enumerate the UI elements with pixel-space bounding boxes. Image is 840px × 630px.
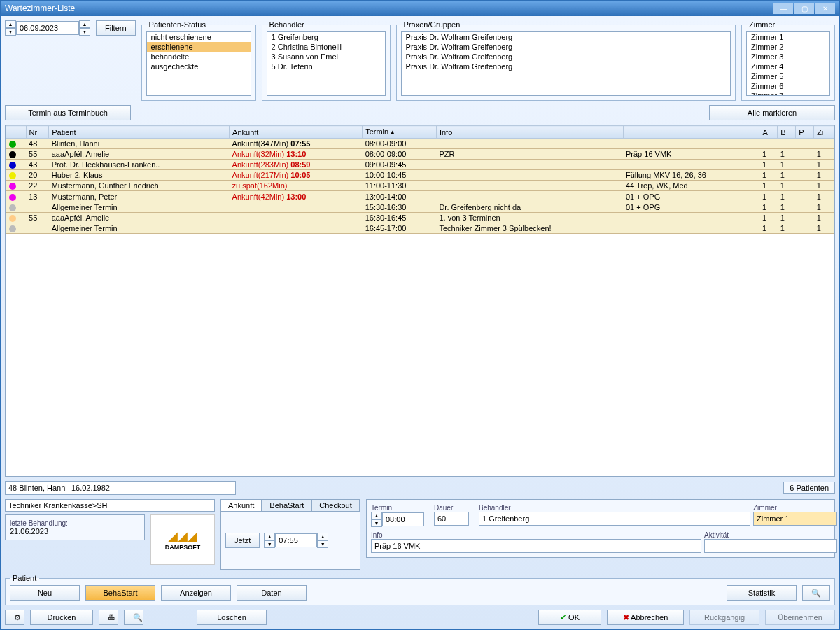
- time-spinner[interactable]: ▲▼ ▲▼: [264, 533, 328, 548]
- tab-ankunft[interactable]: Ankunft: [220, 499, 262, 511]
- date-down-icon[interactable]: ▼: [5, 28, 16, 36]
- filter-button[interactable]: Filtern: [96, 20, 136, 36]
- table-row[interactable]: Allgemeiner Termin15:30-16:30Dr. Greifen…: [6, 202, 834, 212]
- table-row[interactable]: Allgemeiner Termin16:45-17:00Techniker Z…: [6, 223, 834, 233]
- list-item[interactable]: Zimmer 2: [747, 42, 830, 52]
- print-button[interactable]: 🖶: [99, 610, 118, 625]
- date-up2-icon[interactable]: ▲: [79, 20, 90, 28]
- column-header[interactable]: [623, 126, 760, 139]
- termin-input[interactable]: [382, 512, 424, 526]
- rueckgaengig-button[interactable]: Rückgängig: [690, 610, 760, 625]
- table-row[interactable]: 55aaaApfél, Amelie16:30-16:451. von 3 Te…: [6, 212, 834, 223]
- tab-behastart[interactable]: BehaStart: [262, 499, 312, 511]
- drucken-button[interactable]: Drucken: [30, 610, 93, 625]
- table-row[interactable]: 55aaaApfél, AmelieAnkunft(32Min) 13:1008…: [6, 149, 834, 160]
- list-item[interactable]: 3 Susann von Emel: [267, 52, 385, 62]
- anzeigen-button[interactable]: Anzeigen: [161, 585, 231, 601]
- table-row[interactable]: 13Mustermann, PeterAnkunft(42Min) 13:001…: [6, 191, 834, 202]
- column-header[interactable]: B: [778, 126, 796, 139]
- date-up-icon[interactable]: ▲: [5, 20, 16, 28]
- zoom-button[interactable]: 🔍: [802, 585, 830, 601]
- date-down2-icon[interactable]: ▼: [79, 28, 90, 36]
- minimize-button[interactable]: —: [774, 3, 793, 14]
- column-header[interactable]: P: [796, 126, 814, 139]
- list-item[interactable]: behandelte: [147, 52, 251, 62]
- list-item[interactable]: Zimmer 1: [747, 32, 830, 42]
- column-header[interactable]: Patient: [49, 126, 230, 139]
- titlebar: Wartezimmer-Liste — ▢ ✕: [1, 1, 839, 16]
- behandler-input[interactable]: [479, 512, 750, 526]
- zimmer-listbox[interactable]: Zimmer 1Zimmer 2Zimmer 3Zimmer 4Zimmer 5…: [746, 31, 830, 96]
- list-item[interactable]: Praxis Dr. Wolfram Greifenberg: [402, 62, 730, 71]
- status-legend: Patienten-Status: [146, 20, 209, 29]
- list-item[interactable]: Praxis Dr. Wolfram Greifenberg: [402, 42, 730, 52]
- column-header[interactable]: Ankunft: [230, 126, 363, 139]
- column-header[interactable]: Termin ▴: [363, 126, 437, 139]
- abbrechen-button[interactable]: ✖ Abbrechen: [607, 610, 684, 625]
- zimmer-legend: Zimmer: [746, 20, 778, 29]
- table-row[interactable]: 22Mustermann, Günther Friedrichzu spät(1…: [6, 181, 834, 191]
- x-icon: ✖: [623, 613, 629, 622]
- zimmer-input[interactable]: [753, 512, 837, 526]
- column-header[interactable]: Zi: [814, 126, 834, 139]
- tab-checkout[interactable]: Checkout: [312, 499, 359, 511]
- loeschen-button[interactable]: Löschen: [197, 610, 267, 625]
- list-item[interactable]: 2 Christina Bintonelli: [267, 42, 385, 52]
- dauer-input[interactable]: [434, 512, 469, 526]
- date-spinner[interactable]: ▲▼ ▲▼: [5, 20, 90, 36]
- list-item[interactable]: Zimmer 5: [747, 71, 830, 81]
- time-tabs[interactable]: Ankunft BehaStart Checkout: [220, 499, 360, 511]
- close-button[interactable]: ✕: [816, 3, 835, 14]
- list-item[interactable]: ausgecheckte: [147, 62, 251, 71]
- list-item[interactable]: Praxis Dr. Wolfram Greifenberg: [402, 32, 730, 42]
- window: Wartezimmer-Liste — ▢ ✕ ▲▼ ▲▼ Filtern Pa…: [0, 0, 840, 630]
- check-icon: ✔: [560, 613, 566, 622]
- list-item[interactable]: Zimmer 4: [747, 62, 830, 71]
- list-item[interactable]: Praxis Dr. Wolfram Greifenberg: [402, 52, 730, 62]
- maximize-button[interactable]: ▢: [794, 3, 814, 14]
- date-input[interactable]: [16, 21, 79, 35]
- patient-table[interactable]: NrPatientAnkunftTermin ▴InfoABPZi48Blint…: [6, 125, 834, 234]
- column-header[interactable]: A: [760, 126, 778, 139]
- list-item[interactable]: 5 Dr. Teterin: [267, 62, 385, 71]
- table-row[interactable]: 20Huber 2, KlausAnkunft(217Min) 10:0510:…: [6, 170, 834, 181]
- list-item[interactable]: Zimmer 7: [747, 91, 830, 96]
- table-row[interactable]: 43Prof. Dr. Heckhäusen-Franken..Ankunft(…: [6, 160, 834, 170]
- column-header[interactable]: Nr: [26, 126, 49, 139]
- behastart-button[interactable]: BehaStart: [85, 585, 155, 601]
- praxen-listbox[interactable]: Praxis Dr. Wolfram GreifenbergPraxis Dr.…: [401, 31, 731, 96]
- behandler-listbox[interactable]: 1 Greifenberg2 Christina Bintonelli3 Sus…: [267, 31, 386, 96]
- table-row[interactable]: 48Blinten, HanniAnkunft(347Min) 07:5508:…: [6, 139, 834, 149]
- patient-count: 6 Patienten: [783, 482, 835, 494]
- column-header[interactable]: Info: [436, 126, 623, 139]
- list-item[interactable]: Zimmer 3: [747, 52, 830, 62]
- printer-icon: 🖶: [108, 613, 115, 622]
- list-item[interactable]: erschienene: [147, 42, 251, 52]
- jetzt-button[interactable]: Jetzt: [225, 533, 260, 548]
- alle-markieren-button[interactable]: Alle markieren: [709, 105, 835, 120]
- statistik-button[interactable]: Statistik: [727, 585, 797, 601]
- gear-button[interactable]: ⚙: [5, 610, 24, 625]
- terminbuch-button[interactable]: Termin aus Terminbuch: [5, 105, 131, 120]
- patient-table-container: NrPatientAnkunftTermin ▴InfoABPZi48Blint…: [5, 125, 835, 477]
- daten-button[interactable]: Daten: [237, 585, 307, 601]
- letzte-behandlung-label: letzte Behandlung:: [10, 519, 140, 527]
- neu-button[interactable]: Neu: [10, 585, 80, 601]
- kasse-label: Techniker Krankenkasse>SH: [5, 499, 215, 512]
- summary-field[interactable]: [5, 481, 236, 495]
- search-icon: 🔍: [133, 613, 143, 622]
- info-input[interactable]: [371, 539, 701, 553]
- column-header[interactable]: [6, 126, 27, 139]
- patient-section-legend: Patient: [10, 574, 39, 582]
- list-item[interactable]: nicht erschienene: [147, 32, 251, 42]
- behandler-legend: Behandler: [267, 20, 307, 29]
- logo-icon: ◢◢◢: [168, 528, 197, 544]
- ok-button[interactable]: ✔ OK: [538, 610, 601, 625]
- search-button[interactable]: 🔍: [124, 610, 144, 625]
- status-listbox[interactable]: nicht erschieneneerschienenebehandelteau…: [146, 31, 251, 96]
- aktivitaet-input[interactable]: [704, 539, 837, 553]
- list-item[interactable]: Zimmer 6: [747, 81, 830, 91]
- uebernehmen-button[interactable]: Übernehmen: [765, 610, 835, 625]
- list-item[interactable]: 1 Greifenberg: [267, 32, 385, 42]
- time-input[interactable]: [275, 533, 317, 547]
